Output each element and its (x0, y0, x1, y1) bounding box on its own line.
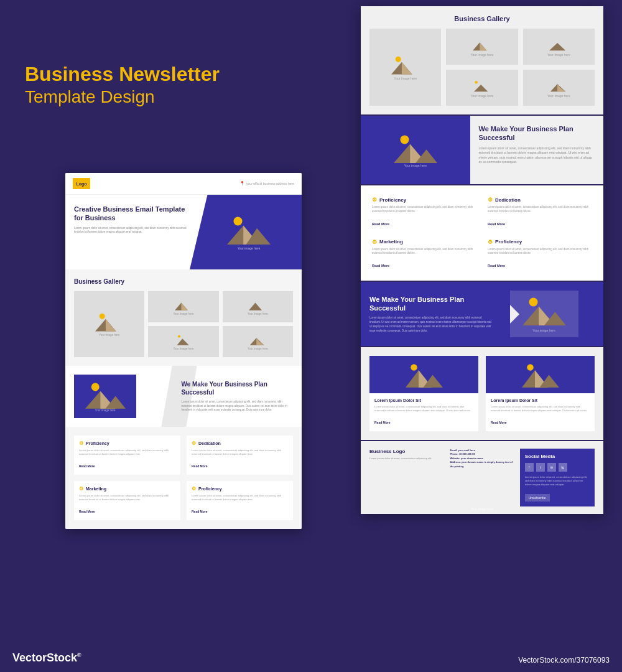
rf-text-3: Lorem ipsum dolor sit amet, consectetuer… (372, 248, 476, 256)
feature-title-4: ⚙ Proficiency (192, 486, 288, 492)
svg-point-4 (100, 314, 105, 319)
logo-text: Logo (76, 182, 86, 186)
rs3-text: We Make Your Business Plan Successful Lo… (369, 295, 493, 334)
phone-label: Phone: (450, 452, 458, 455)
logo-area: Logo (73, 178, 90, 189)
cards-section: Your image here Lorem Ipsum Dolor Sit Lo… (361, 347, 603, 440)
svg-marker-11 (177, 338, 188, 345)
feature-item-3: ⚙ Marketing Lorem ipsum dolor sit amet, … (74, 481, 180, 520)
twitter-icon[interactable]: t (536, 463, 545, 472)
rg-item-2: Your Image here (446, 29, 518, 65)
feature-icon-2: ⚙ (192, 441, 196, 446)
rf-read-4[interactable]: Read More (488, 264, 505, 268)
features-section: ⚙ Proficiency Lorem ipsum dolor sit amet… (65, 427, 302, 529)
read-more-4[interactable]: Read More (192, 510, 208, 513)
hero-text: Creative Business Email Template for Bus… (65, 195, 195, 269)
newsletter-header: Logo 📍 your official business address he… (65, 173, 302, 195)
card-text-1: Lorem ipsum dolor sit amet, consectetuer… (374, 405, 473, 413)
svg-point-14 (91, 383, 99, 391)
card-mountain-2 (522, 362, 559, 388)
rf-text-4: Lorem ipsum dolor sit amet, consectetuer… (488, 248, 592, 256)
business-body: Lorem ipsum dolor sit amet, consectetuer… (181, 400, 293, 413)
card-title-1: Lorem Ipsum Dolor Sit (374, 398, 473, 403)
mountain-svg-large (227, 214, 271, 245)
feature-title-3: ⚙ Marketing (79, 486, 175, 492)
rf-item-4: ⚙ Proficiency Lorem ipsum dolor sit amet… (485, 236, 595, 273)
read-more-3[interactable]: Read More (79, 510, 95, 513)
rg-item-large: Your Image here (369, 29, 441, 106)
rs3-image-area: Your image here (493, 291, 595, 337)
rf-icon-1: ⚙ (372, 197, 377, 203)
logo-box: Logo (73, 178, 90, 189)
feature-icon-1: ⚙ (79, 441, 83, 446)
gallery-item-4: Your Image here (148, 326, 218, 357)
feature-title-1: ⚙ Proficiency (79, 441, 175, 446)
card-image-2: Your image here (486, 356, 595, 393)
rg-item-3: Your Image here (523, 29, 595, 65)
gallery-grid: Your Image here Your Image here Your Ima… (74, 291, 293, 357)
card-read-1[interactable]: Read More (374, 421, 391, 424)
footer-col1: Business Logo Lorem ipsum dolor sit amet… (369, 449, 443, 506)
svg-marker-23 (549, 42, 565, 50)
rf-title-3: ⚙ Marketing (372, 239, 476, 245)
gallery-item-2: Your Image here (148, 291, 218, 322)
newsletter-preview-left: Logo 📍 your official business address he… (65, 173, 302, 529)
unsubscribe-button[interactable]: Unsubscribe (525, 494, 550, 502)
address-text: your official business address here (246, 182, 294, 185)
rs2-body: Lorem ipsum dolor sit amet, consectetuer… (479, 146, 595, 165)
business-section: Your image here We Make Your Business Pl… (65, 366, 302, 427)
white-arrow (510, 305, 519, 324)
svg-point-28 (400, 135, 409, 144)
read-more-2[interactable]: Read More (192, 464, 208, 468)
gallery-label-4: Your Image here (173, 347, 193, 350)
rf-read-1[interactable]: Read More (372, 222, 389, 226)
card-body-2: Lorem Ipsum Dolor Sit Lorem ipsum dolor … (486, 393, 595, 431)
hero-mountain: Your image here (221, 210, 277, 254)
gallery-mountain-3 (249, 298, 266, 310)
address-label: Address: (450, 460, 460, 464)
feature-icon-4: ⚙ (192, 486, 196, 492)
card-image-1: Your image here (369, 356, 478, 393)
instagram-icon[interactable]: ig (559, 463, 567, 472)
rf-title-2: ⚙ Dedication (488, 197, 592, 203)
svg-marker-9 (249, 302, 262, 310)
right-features: ⚙ Proficiency Lorem ipsum dolor sit amet… (361, 185, 603, 281)
gallery-mountain-5 (249, 333, 266, 345)
rg-item-5: Your Image here (523, 70, 595, 106)
right-features-grid: ⚙ Proficiency Lorem ipsum dolor sit amet… (369, 194, 595, 272)
social-text: Lorem ipsum dolor sit amet, consectetisu… (525, 475, 590, 487)
rf-item-1: ⚙ Proficiency Lorem ipsum dolor sit amet… (369, 194, 479, 230)
rs3-image-label: Your image here (532, 329, 555, 332)
right-gallery-title: Business Gallery (369, 15, 595, 22)
website-value: your domain name (461, 457, 483, 460)
rs3-body: Lorem ipsum dolor sit amet, consectetuer… (369, 316, 493, 333)
card-read-2[interactable]: Read More (491, 421, 507, 424)
rs2-image: Your image here (361, 116, 470, 184)
watermark-brand: VectorStock® (12, 651, 81, 664)
feature-text-3: Lorem ipsum dolor sit amet, consectetuer… (79, 494, 175, 502)
rf-read-2[interactable]: Read More (488, 222, 505, 226)
rs3-mountain-svg (522, 296, 566, 325)
card-mountain-1 (406, 362, 443, 388)
linkedin-icon[interactable]: in (547, 463, 556, 472)
facebook-icon[interactable]: f (525, 463, 534, 472)
rf-title-4: ⚙ Proficiency (488, 239, 592, 245)
footer-biz-text: Lorem ipsum dolor sit amet, consectetisu… (369, 457, 443, 460)
rg-item-4: Your Image here (446, 70, 518, 106)
hero-heading: Creative Business Email Template for Bus… (74, 205, 187, 223)
rs2-image-label: Your image here (404, 164, 427, 167)
business-heading: We Make Your Business Plan Successful (181, 380, 293, 396)
svg-point-32 (529, 297, 537, 306)
rf-item-2: ⚙ Dedication Lorem ipsum dolor sit amet,… (485, 194, 595, 230)
card-title-2: Lorem Ipsum Dolor Sit (491, 398, 590, 403)
hero-section: Creative Business Email Template for Bus… (65, 195, 302, 269)
rf-icon-3: ⚙ (372, 239, 377, 245)
rf-read-3[interactable]: Read More (372, 264, 389, 268)
newsletter-preview-right: Business Gallery Your Image here Your Im… (361, 6, 603, 514)
page-title-block: Business Newsletter Template Design (25, 62, 286, 109)
feature-item-4: ⚙ Proficiency Lorem ipsum dolor sit amet… (187, 481, 293, 520)
business-image: Your image here (74, 375, 136, 418)
right-gallery: Business Gallery Your Image here Your Im… (361, 6, 603, 114)
read-more-1[interactable]: Read More (79, 464, 95, 468)
right-section3: We Make Your Business Plan Successful Lo… (361, 282, 603, 346)
